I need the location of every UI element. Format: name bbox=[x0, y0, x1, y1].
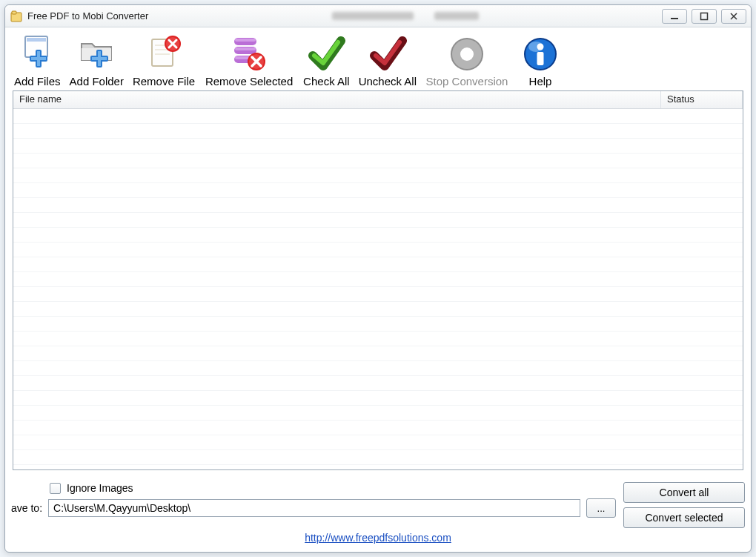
stop-conversion-icon bbox=[446, 33, 488, 75]
uncheck-all-icon bbox=[367, 33, 408, 75]
svg-rect-13 bbox=[98, 51, 101, 66]
website-link[interactable]: http://www.freepdfsolutions.com bbox=[305, 532, 451, 544]
add-folder-icon bbox=[76, 33, 117, 75]
add-files-button[interactable]: Add Files bbox=[11, 32, 64, 88]
check-all-label: Check All bbox=[303, 75, 350, 88]
uncheck-all-label: Uncheck All bbox=[359, 75, 417, 88]
file-list[interactable]: File name Status bbox=[13, 90, 743, 470]
stop-conversion-label: Stop Conversion bbox=[426, 75, 508, 88]
help-label: Help bbox=[529, 75, 552, 88]
convert-all-button[interactable]: Convert all bbox=[623, 482, 745, 503]
remove-file-label: Remove File bbox=[133, 75, 195, 88]
remove-selected-icon bbox=[228, 33, 270, 75]
svg-rect-5 bbox=[27, 38, 46, 42]
svg-rect-9 bbox=[37, 51, 40, 66]
help-icon bbox=[520, 33, 561, 75]
remove-selected-button[interactable]: Remove Selected bbox=[201, 32, 297, 88]
svg-rect-24 bbox=[235, 47, 256, 50]
svg-rect-23 bbox=[235, 39, 256, 42]
bottom-panel: Ignore Images ave to: ... Convert all Co… bbox=[5, 478, 751, 552]
remove-file-button[interactable]: Remove File bbox=[130, 32, 198, 88]
minimize-button[interactable] bbox=[662, 9, 687, 24]
stop-conversion-button: Stop Conversion bbox=[422, 32, 511, 88]
app-window: Free PDF to Mobi Converter bbox=[4, 4, 752, 553]
add-files-label: Add Files bbox=[14, 75, 61, 88]
window-title: Free PDF to Mobi Converter bbox=[27, 10, 148, 22]
close-button[interactable] bbox=[721, 9, 746, 24]
svg-rect-35 bbox=[537, 52, 544, 65]
svg-point-30 bbox=[460, 47, 474, 61]
svg-rect-2 bbox=[671, 18, 678, 19]
file-list-header: File name Status bbox=[13, 91, 743, 109]
help-button[interactable]: Help bbox=[514, 32, 566, 88]
maximize-button[interactable] bbox=[692, 9, 717, 24]
add-files-icon bbox=[16, 33, 58, 75]
check-all-button[interactable]: Check All bbox=[300, 32, 353, 88]
svg-rect-1 bbox=[12, 11, 16, 14]
titlebar-blur-region bbox=[163, 10, 647, 23]
svg-rect-3 bbox=[701, 13, 708, 19]
ignore-images-checkbox[interactable] bbox=[50, 483, 61, 494]
save-to-input[interactable] bbox=[48, 499, 580, 517]
uncheck-all-button[interactable]: Uncheck All bbox=[356, 32, 420, 88]
ignore-images-label: Ignore Images bbox=[67, 482, 133, 494]
check-all-icon bbox=[305, 33, 347, 75]
app-icon bbox=[10, 10, 23, 23]
remove-file-icon bbox=[143, 33, 185, 75]
column-header-filename[interactable]: File name bbox=[13, 91, 661, 108]
svg-point-34 bbox=[537, 44, 544, 50]
file-list-body[interactable] bbox=[13, 109, 743, 469]
add-folder-button[interactable]: Add Folder bbox=[67, 32, 127, 88]
remove-selected-label: Remove Selected bbox=[205, 75, 293, 88]
column-header-status[interactable]: Status bbox=[661, 91, 743, 108]
convert-selected-button[interactable]: Convert selected bbox=[623, 507, 745, 528]
add-folder-label: Add Folder bbox=[70, 75, 124, 88]
toolbar: Add Files Add Folder bbox=[5, 27, 751, 88]
save-to-label: ave to: bbox=[11, 502, 42, 514]
window-controls bbox=[662, 9, 746, 24]
title-bar: Free PDF to Mobi Converter bbox=[5, 5, 751, 27]
browse-button[interactable]: ... bbox=[586, 498, 616, 518]
